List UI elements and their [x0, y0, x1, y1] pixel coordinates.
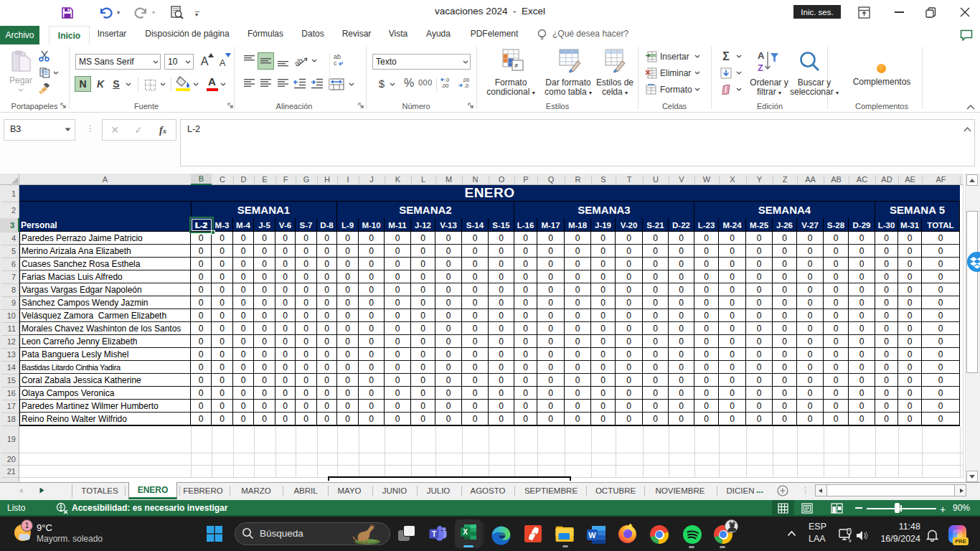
- svg-text:Z: Z: [758, 62, 763, 73]
- svg-text:A: A: [758, 50, 765, 61]
- svg-text:≠: ≠: [514, 62, 519, 70]
- svg-text:X: X: [463, 528, 468, 536]
- svg-text:T: T: [432, 530, 436, 538]
- svg-text:W: W: [588, 531, 596, 540]
- svg-text:c: c: [334, 60, 337, 67]
- svg-text:,0: ,0: [464, 83, 468, 89]
- svg-text:,00: ,00: [441, 83, 448, 89]
